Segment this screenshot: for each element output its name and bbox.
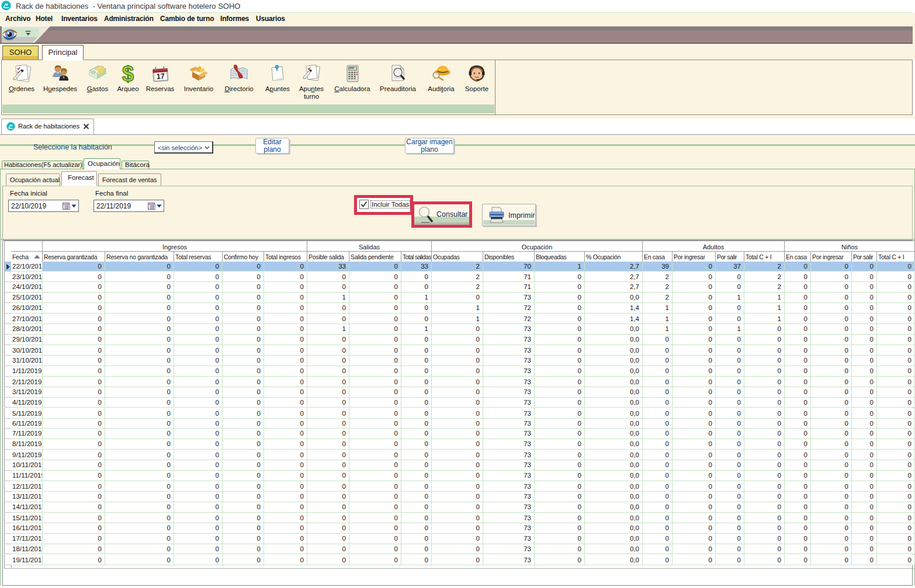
svg-text:17: 17 bbox=[156, 71, 165, 81]
svg-text:$: $ bbox=[122, 64, 134, 83]
